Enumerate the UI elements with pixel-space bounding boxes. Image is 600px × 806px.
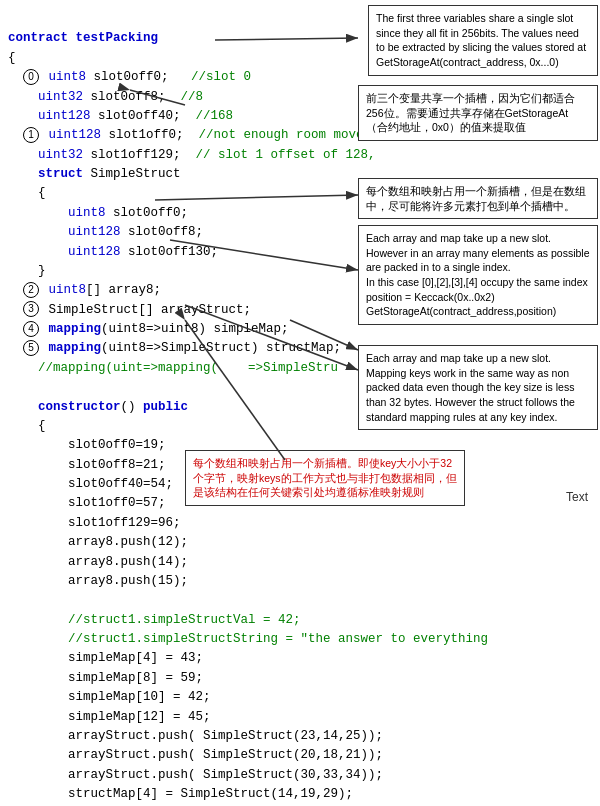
line-comment-mapping: //mapping(uint=>mapping( =>SimpleStru — [8, 361, 338, 375]
line-arrayStruct: 3 SimpleStruct[] arrayStruct; — [8, 303, 251, 317]
arraystruct-push3: arrayStruct.push( SimpleStruct(30,33,34)… — [8, 768, 383, 782]
line-array8: 2 uint8[] array8; — [8, 283, 161, 297]
assign-slot1off0: slot1off0=57; — [8, 496, 166, 510]
simplemap-10: simpleMap[10] = 42; — [8, 690, 211, 704]
struct-field2: uint128 slot0off8; — [8, 225, 203, 239]
push-12: array8.push(12); — [8, 535, 188, 549]
main-container: contract testPacking { 0 uint8 slot0off0… — [0, 0, 600, 806]
open-brace: { — [8, 51, 16, 65]
contract-keyword: contract testPacking — [8, 31, 158, 45]
slot5-circle: 5 — [23, 340, 39, 356]
annotation-top-right-cn: 前三个变量共享一个插槽，因为它们都适合256位。需要通过共享存储在GetStor… — [358, 85, 598, 141]
slot3-circle: 3 — [23, 301, 39, 317]
line-uint128-40: uint128 slot0off40; //168 — [8, 109, 233, 123]
constructor-open: { — [8, 419, 46, 433]
struct-open: { — [8, 186, 46, 200]
annotation-array-cn: 每个数组和映射占用一个新插槽，但是在数组中，尽可能将许多元素打包到单个插槽中。 — [358, 178, 598, 219]
structmap-4: structMap[4] = SimpleStruct(14,19,29); — [8, 787, 353, 801]
push-15: array8.push(15); — [8, 574, 188, 588]
constructor-line: constructor() public — [8, 400, 188, 414]
simplemap-12: simpleMap[12] = 45; — [8, 710, 211, 724]
line-uint32: uint32 slot0off8; //8 — [8, 90, 203, 104]
struct-field3: uint128 slot0off130; — [8, 245, 218, 259]
push-14: array8.push(14); — [8, 555, 188, 569]
line-simpleMap: 4 mapping(uint8=>uint8) simpleMap; — [8, 322, 289, 336]
annotation-map-en: Each array and map take up a new slot.Ma… — [358, 345, 598, 430]
simplemap-4: simpleMap[4] = 43; — [8, 651, 203, 665]
annotation-top-right-en-text: The first three variables share a single… — [376, 12, 586, 68]
simplemap-8: simpleMap[8] = 59; — [8, 671, 203, 685]
struct-close: } — [8, 264, 46, 278]
annotation-map-cn-text: 每个数组和映射占用一个新插槽。即使key大小小于32个字节，映射keys的工作方… — [193, 457, 457, 498]
text-label: Text — [566, 490, 588, 504]
line-structMap: 5 mapping(uint8=>SimpleStruct) structMap… — [8, 341, 341, 355]
arraystruct-push2: arrayStruct.push( SimpleStruct(20,18,21)… — [8, 748, 383, 762]
line-slot0: 0 uint8 slot0off0; //slot 0 — [8, 70, 251, 84]
assign-slot0off8: slot0off8=21; — [8, 458, 166, 472]
assign-slot1off129: slot1off129=96; — [8, 516, 181, 530]
comment-struct1: //struct1.simpleStructVal = 42; — [8, 613, 301, 627]
assign-slot0off0: slot0off0=19; — [8, 438, 166, 452]
line-uint32-129: uint32 slot1off129; // slot 1 offset of … — [8, 148, 376, 162]
arraystruct-push1: arrayStruct.push( SimpleStruct(23,14,25)… — [8, 729, 383, 743]
slot1-circle: 1 — [23, 127, 39, 143]
slot4-circle: 4 — [23, 321, 39, 337]
annotation-map-en-text: Each array and map take up a new slot.Ma… — [366, 352, 575, 423]
annotation-top-right-en: The first three variables share a single… — [368, 5, 598, 76]
line-struct: struct SimpleStruct — [8, 167, 181, 181]
annotation-map-cn: 每个数组和映射占用一个新插槽。即使key大小小于32个字节，映射keys的工作方… — [185, 450, 465, 506]
annotation-array-cn-text: 每个数组和映射占用一个新插槽，但是在数组中，尽可能将许多元素打包到单个插槽中。 — [366, 185, 586, 212]
annotation-array-en: Each array and map take up a new slot. H… — [358, 225, 598, 325]
struct-field1: uint8 slot0off0; — [8, 206, 188, 220]
assign-slot0off40: slot0off40=54; — [8, 477, 173, 491]
annotation-top-right-cn-text: 前三个变量共享一个插槽，因为它们都适合256位。需要通过共享存储在GetStor… — [366, 92, 575, 133]
comment-struct2: //struct1.simpleStructString = "the answ… — [8, 632, 488, 646]
slot0-circle: 0 — [23, 69, 39, 85]
slot2-circle: 2 — [23, 282, 39, 298]
annotation-array-en-text: Each array and map take up a new slot. H… — [366, 232, 590, 317]
